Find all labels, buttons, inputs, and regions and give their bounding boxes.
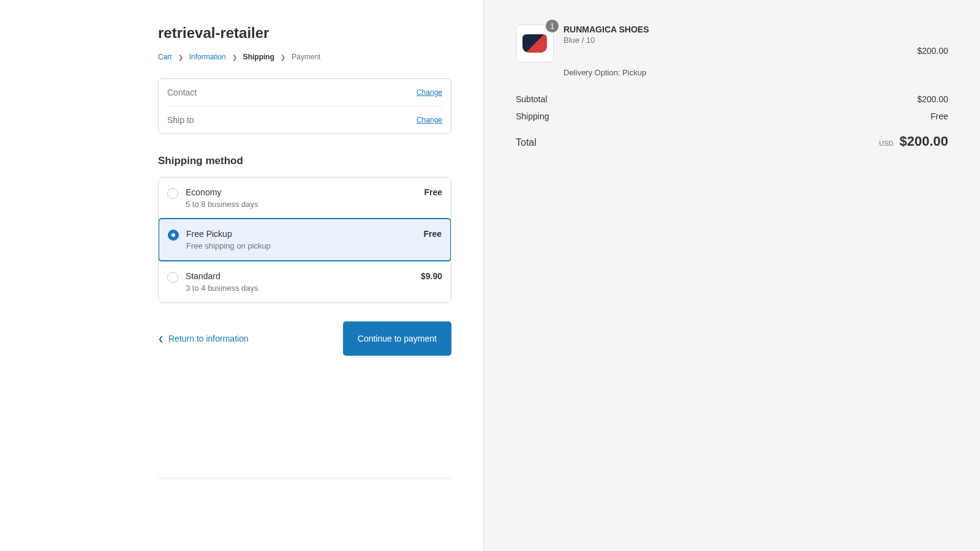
item-name: RUNMAGICA SHOES: [564, 24, 907, 34]
shipping-option-name: Standard: [186, 271, 413, 281]
subtotal-row: Subtotal $200.00: [516, 91, 948, 108]
return-link-label: Return to information: [168, 334, 249, 343]
shipping-option-economy[interactable]: Economy 5 to 8 business days Free: [159, 178, 451, 219]
item-variant: Blue / 10: [564, 36, 907, 45]
breadcrumb-shipping: Shipping: [243, 53, 274, 61]
breadcrumb-information[interactable]: Information: [189, 53, 226, 61]
footer-divider: [158, 478, 451, 479]
total-label: Total: [516, 137, 537, 148]
review-box: Contact Change Ship to Change: [158, 78, 451, 134]
shipping-option-standard[interactable]: Standard 3 to 4 business days $9.90: [159, 261, 451, 302]
quantity-badge: 1: [546, 20, 559, 32]
shipping-cost-label: Shipping: [516, 111, 549, 121]
breadcrumb-payment: Payment: [292, 53, 320, 61]
total-row: Total USD $200.00: [516, 125, 948, 153]
total-amount: $200.00: [899, 133, 948, 149]
return-to-information-link[interactable]: ❮ Return to information: [158, 334, 249, 343]
change-shipto-link[interactable]: Change: [417, 116, 442, 124]
shipping-option-price: Free: [424, 187, 442, 197]
review-contact-label: Contact: [167, 88, 204, 97]
review-shipto-label: Ship to: [167, 115, 204, 125]
shipping-option-desc: 5 to 8 business days: [186, 200, 417, 209]
chevron-left-icon: ❮: [158, 335, 164, 343]
item-delivery-option: Delivery Option: Pickup: [564, 68, 907, 77]
shipping-options: Economy 5 to 8 business days Free Free P…: [158, 177, 451, 303]
review-contact-row: Contact Change: [167, 79, 442, 106]
change-contact-link[interactable]: Change: [417, 88, 442, 97]
subtotal-value: $200.00: [917, 94, 948, 104]
shipping-option-name: Economy: [186, 187, 417, 197]
shipping-option-price: $9.90: [421, 271, 442, 281]
store-title: retrieval-retailer: [158, 24, 451, 42]
breadcrumb-cart[interactable]: Cart: [158, 53, 172, 61]
chevron-right-icon: ❯: [281, 54, 285, 61]
shipping-option-name: Free Pickup: [186, 229, 416, 239]
actions-row: ❮ Return to information Continue to paym…: [158, 321, 451, 356]
currency-code: USD: [879, 140, 893, 147]
shipping-option-desc: 3 to 4 business days: [186, 283, 413, 293]
shipping-option-desc: Free shipping on pickup: [186, 241, 416, 250]
review-shipto-row: Ship to Change: [167, 106, 442, 133]
breadcrumb: Cart ❯ Information ❯ Shipping ❯ Payment: [158, 53, 451, 61]
item-price: $200.00: [917, 46, 948, 56]
product-thumbnail: 1: [516, 24, 554, 62]
radio-icon: [168, 230, 179, 241]
shipping-option-free-pickup[interactable]: Free Pickup Free shipping on pickup Free: [158, 218, 451, 261]
chevron-right-icon: ❯: [232, 54, 237, 61]
shoe-icon: [522, 34, 547, 53]
shipping-cost-value: Free: [930, 111, 948, 121]
totals: Subtotal $200.00 Shipping Free Total USD…: [516, 91, 948, 153]
order-summary-sidebar: 1 RUNMAGICA SHOES Blue / 10 Delivery Opt…: [484, 0, 980, 551]
subtotal-label: Subtotal: [516, 94, 547, 104]
shipping-row: Shipping Free: [516, 108, 948, 125]
radio-icon: [167, 188, 178, 199]
radio-icon: [167, 272, 178, 283]
continue-to-payment-button[interactable]: Continue to payment: [343, 321, 451, 356]
shipping-option-price: Free: [423, 229, 442, 239]
chevron-right-icon: ❯: [178, 54, 183, 61]
cart-item: 1 RUNMAGICA SHOES Blue / 10 Delivery Opt…: [516, 24, 948, 77]
shipping-method-heading: Shipping method: [158, 155, 451, 167]
